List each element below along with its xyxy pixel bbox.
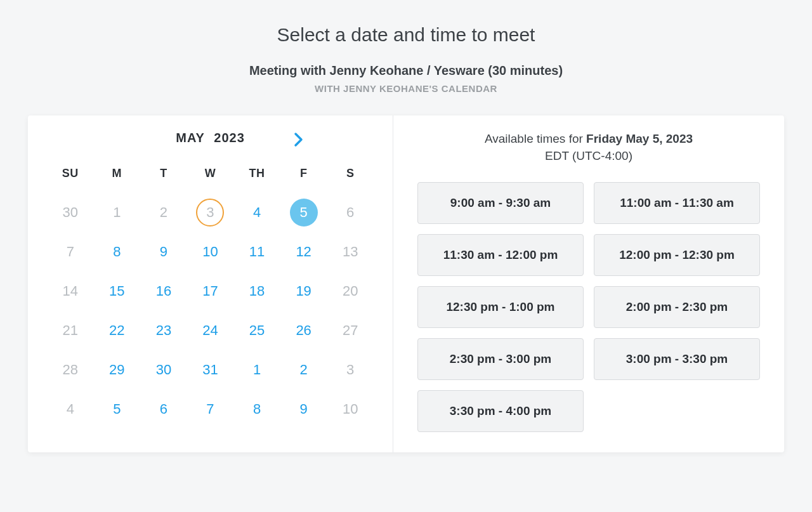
calendar-day-number: 9 — [150, 238, 178, 266]
calendar-day[interactable]: 24 — [187, 311, 234, 350]
year-label: 2023 — [214, 131, 245, 145]
time-slot-button[interactable]: 2:30 pm - 3:00 pm — [417, 338, 584, 380]
calendar-day-number: 16 — [150, 277, 178, 305]
month-label: MAY — [176, 131, 205, 145]
time-slot-button[interactable]: 12:30 pm - 1:00 pm — [417, 286, 584, 328]
calendar-day-number: 21 — [56, 317, 84, 345]
calendar-day-number: 13 — [336, 238, 364, 266]
calendar-day-number: 19 — [290, 277, 318, 305]
timezone-label: EDT (UTC-4:00) — [545, 149, 632, 162]
calendar-day-number: 26 — [290, 317, 318, 345]
calendar-day[interactable]: 9 — [280, 390, 327, 429]
calendar-owner-label: WITH JENNY KEOHANE'S CALENDAR — [0, 83, 812, 94]
calendar-day[interactable]: 16 — [140, 272, 187, 311]
calendar-day: 13 — [327, 232, 374, 272]
chevron-right-icon — [294, 132, 304, 147]
calendar-day-number: 3 — [336, 356, 364, 384]
calendar-day-number: 1 — [243, 356, 271, 384]
calendar-day[interactable]: 11 — [233, 232, 280, 272]
calendar-day[interactable]: 5 — [280, 193, 327, 232]
calendar-day-number: 25 — [243, 317, 271, 345]
calendar-day[interactable]: 1 — [233, 350, 280, 390]
weekday-header-row: SUMTWTHFS — [47, 167, 374, 180]
calendar-day[interactable]: 17 — [187, 272, 234, 311]
calendar-day[interactable]: 22 — [94, 311, 141, 350]
calendar-day[interactable]: 30 — [140, 350, 187, 390]
calendar-day: 3 — [187, 193, 234, 232]
calendar-day[interactable]: 10 — [187, 232, 234, 272]
calendar-day[interactable]: 29 — [94, 350, 141, 390]
calendar-day-number: 27 — [336, 317, 364, 345]
weekday-cell: S — [327, 167, 374, 180]
time-slots-grid: 9:00 am - 9:30 am11:00 am - 11:30 am11:3… — [412, 182, 765, 432]
calendar-day[interactable]: 19 — [280, 272, 327, 311]
calendar-day: 10 — [327, 390, 374, 429]
calendar-day[interactable]: 7 — [187, 390, 234, 429]
calendar-day-number: 29 — [103, 356, 131, 384]
calendar-day-number: 3 — [196, 199, 224, 226]
calendar-day: 21 — [47, 311, 94, 350]
times-panel: Available times for Friday May 5, 2023 E… — [393, 115, 784, 452]
calendar-day: 28 — [47, 350, 94, 390]
calendar-day-number: 9 — [290, 395, 318, 423]
calendar-day-number: 1 — [103, 199, 131, 226]
calendar-day[interactable]: 2 — [280, 350, 327, 390]
calendar-day[interactable]: 31 — [187, 350, 234, 390]
calendar-day[interactable]: 12 — [280, 232, 327, 272]
time-slot-button[interactable]: 11:30 am - 12:00 pm — [417, 234, 584, 276]
calendar-week-row: 45678910 — [47, 390, 374, 429]
calendar-day-number: 24 — [196, 317, 224, 345]
calendar-day-number: 5 — [103, 395, 131, 423]
calendar-day-number: 7 — [56, 238, 84, 266]
calendar-day: 1 — [94, 193, 141, 232]
calendar-day: 3 — [327, 350, 374, 390]
calendar-week-row: 21222324252627 — [47, 311, 374, 350]
time-slot-button[interactable]: 3:30 pm - 4:00 pm — [417, 390, 584, 432]
calendar-panel: MAY 2023 SUMTWTHFS 301234567891011121314… — [28, 115, 393, 452]
calendar-day-number: 4 — [56, 395, 84, 423]
available-times-header: Available times for Friday May 5, 2023 E… — [412, 131, 765, 164]
calendar-day-number: 10 — [196, 238, 224, 266]
calendar-day: 2 — [140, 193, 187, 232]
calendar-day-number: 23 — [150, 317, 178, 345]
calendar-day[interactable]: 26 — [280, 311, 327, 350]
calendar-day-number: 28 — [56, 356, 84, 384]
calendar-day: 7 — [47, 232, 94, 272]
time-slot-button[interactable]: 12:00 pm - 12:30 pm — [594, 234, 760, 276]
available-times-date: Friday May 5, 2023 — [586, 132, 693, 145]
calendar-day[interactable]: 8 — [233, 390, 280, 429]
calendar-day-number: 30 — [150, 356, 178, 384]
calendar-day-number: 20 — [336, 277, 364, 305]
time-slot-button[interactable]: 2:00 pm - 2:30 pm — [594, 286, 760, 328]
month-year-label: MAY 2023 — [176, 131, 245, 145]
calendar-day-number: 8 — [103, 238, 131, 266]
time-slot-button[interactable]: 9:00 am - 9:30 am — [417, 182, 584, 224]
calendar-day[interactable]: 4 — [233, 193, 280, 232]
time-slot-button[interactable]: 11:00 am - 11:30 am — [594, 182, 760, 224]
calendar-day[interactable]: 18 — [233, 272, 280, 311]
calendar-day-number: 15 — [103, 277, 131, 305]
calendar-day[interactable]: 9 — [140, 232, 187, 272]
calendar-day-number: 2 — [150, 199, 178, 226]
calendar-day: 6 — [327, 193, 374, 232]
calendar-day[interactable]: 6 — [140, 390, 187, 429]
calendar-day: 27 — [327, 311, 374, 350]
weekday-cell: W — [187, 167, 234, 180]
calendar-day[interactable]: 5 — [94, 390, 141, 429]
calendar-day-number: 31 — [196, 356, 224, 384]
calendar-day-number: 17 — [196, 277, 224, 305]
calendar-day[interactable]: 25 — [233, 311, 280, 350]
weekday-cell: TH — [233, 167, 280, 180]
calendar-week-row: 28293031123 — [47, 350, 374, 390]
calendar-week-row: 78910111213 — [47, 232, 374, 272]
calendar-day-number: 10 — [336, 395, 364, 423]
calendar-week-row: 30123456 — [47, 193, 374, 232]
weekday-cell: SU — [47, 167, 94, 180]
next-month-button[interactable] — [294, 132, 304, 147]
calendar-day[interactable]: 23 — [140, 311, 187, 350]
available-times-prefix: Available times for — [485, 132, 586, 145]
calendar-day[interactable]: 15 — [94, 272, 141, 311]
time-slot-button[interactable]: 3:00 pm - 3:30 pm — [594, 338, 760, 380]
calendar-day[interactable]: 8 — [94, 232, 141, 272]
meeting-subtitle: Meeting with Jenny Keohane / Yesware (30… — [0, 63, 812, 78]
